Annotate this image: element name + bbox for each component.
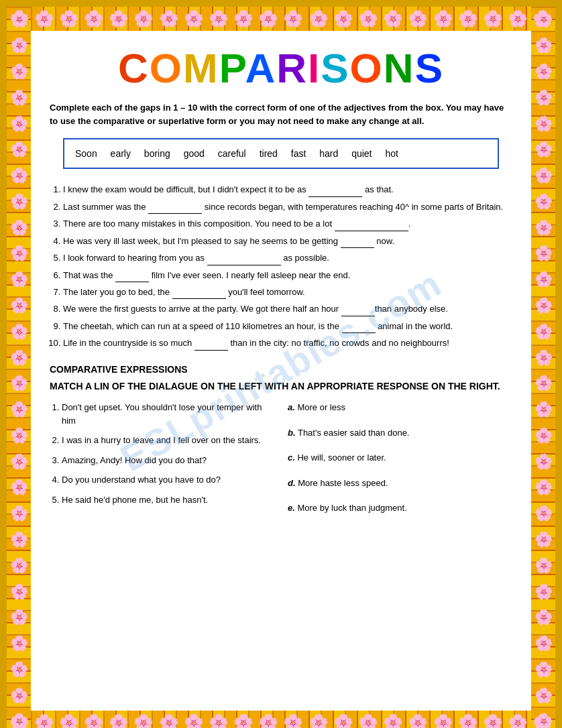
- exercise-item-1: I knew the exam would be difficult, but …: [63, 182, 512, 196]
- blank-9: [342, 332, 376, 333]
- page-title: COMPARISONS: [50, 44, 512, 89]
- left-item-1: Don't get upset. You shouldn't lose your…: [62, 401, 274, 427]
- exercise-list: I knew the exam would be difficult, but …: [50, 182, 512, 350]
- exercise-item-2: Last summer was the since records began,…: [63, 200, 512, 214]
- bottom-flowers: 🌸🌸🌸🌸🌸🌸🌸🌸🌸🌸🌸🌸🌸🌸🌸🌸🌸🌸🌸🌸🌸🌸: [7, 711, 555, 728]
- matching-left: Don't get upset. You shouldn't lose your…: [50, 401, 274, 527]
- right-item-a: a. More or less: [288, 401, 512, 414]
- left-item-3: Amazing, Andy! How did you do that?: [62, 454, 274, 467]
- blank-7: [172, 298, 226, 299]
- word-quiet: quiet: [351, 148, 372, 159]
- comparative-expressions-header: COMPARATIVE EXPRESSIONS: [50, 364, 512, 375]
- word-fast: fast: [291, 148, 306, 159]
- right-item-c: c. He will, sooner or later.: [288, 451, 512, 465]
- word-early: early: [111, 148, 131, 159]
- blank-4: [341, 247, 374, 248]
- exercise-item-10: Life in the countryside is so much than …: [63, 336, 512, 350]
- exercise-item-8: We were the first guests to arrive at th…: [63, 302, 512, 316]
- matching-right: a. More or less b. That's easier said th…: [288, 401, 512, 527]
- exercise-item-4: He was very ill last week, but I'm pleas…: [63, 234, 512, 248]
- word-box: Soon early boring good careful tired fas…: [63, 138, 499, 169]
- right-flowers: 🌸🌸🌸🌸🌸🌸🌸🌸🌸🌸🌸🌸🌸🌸🌸🌸🌸🌸🌸🌸🌸🌸🌸🌸🌸🌸🌸🌸: [531, 7, 555, 728]
- blank-8: [341, 316, 375, 316]
- letter-c: c.: [288, 452, 295, 463]
- exercise-item-5: I look forward to hearing from you as as…: [63, 251, 512, 265]
- right-item-d: d. More haste less speed.: [288, 477, 512, 490]
- border-left: [7, 7, 31, 728]
- word-hot: hot: [385, 148, 398, 159]
- inner-page: COMPARISONS Complete each of the gaps in…: [31, 31, 531, 711]
- border-bottom: [7, 711, 555, 728]
- right-item-e: e. More by luck than judgment.: [288, 501, 512, 515]
- exercise-item-6: That was the film I've ever seen. I near…: [63, 268, 512, 282]
- top-flowers: 🌸🌸🌸🌸🌸🌸🌸🌸🌸🌸🌸🌸🌸🌸🌸🌸🌸🌸🌸🌸🌸🌸: [7, 7, 555, 31]
- word-tired: tired: [260, 148, 278, 159]
- word-careful: careful: [218, 148, 246, 159]
- border-top: [7, 7, 555, 31]
- page-container: 🌸🌸🌸🌸🌸🌸🌸🌸🌸🌸🌸🌸🌸🌸🌸🌸🌸🌸🌸🌸🌸🌸 🌸🌸🌸🌸🌸🌸🌸🌸🌸🌸🌸🌸🌸🌸🌸🌸🌸…: [7, 7, 555, 728]
- word-good: good: [184, 148, 205, 159]
- letter-d: d.: [288, 478, 296, 488]
- blank-3: [335, 231, 408, 231]
- blank-2: [148, 213, 202, 214]
- instructions: Complete each of the gaps in 1 – 10 with…: [50, 101, 512, 127]
- left-flowers: 🌸🌸🌸🌸🌸🌸🌸🌸🌸🌸🌸🌸🌸🌸🌸🌸🌸🌸🌸🌸🌸🌸🌸🌸🌸🌸🌸🌸: [7, 7, 31, 728]
- matching-container: Don't get upset. You shouldn't lose your…: [50, 401, 512, 527]
- word-soon: Soon: [75, 148, 97, 159]
- blank-1: [308, 196, 362, 197]
- matching-header: MATCH A LIN OF THE DIALAGUE ON THE LEFT …: [50, 380, 512, 393]
- blank-5: [207, 265, 281, 265]
- exercise-item-9: The cheetah, which can run at a speed of…: [63, 319, 512, 333]
- left-item-5: He said he'd phone me, but he hasn't.: [62, 493, 274, 507]
- exercise-item-7: The later you go to bed, the you'll feel…: [63, 285, 512, 299]
- left-item-2: I was in a hurry to leave and I fell ove…: [62, 434, 274, 447]
- left-list: Don't get upset. You shouldn't lose your…: [50, 401, 274, 506]
- letter-e: e.: [288, 503, 295, 513]
- right-item-b: b. That's easier said than done.: [288, 426, 512, 440]
- letter-a: a.: [288, 402, 295, 412]
- word-boring: boring: [144, 148, 170, 159]
- exercise-item-3: There are too many mistakes in this comp…: [63, 217, 512, 231]
- left-item-4: Do you understand what you have to do?: [62, 473, 274, 487]
- border-right: [531, 7, 555, 728]
- letter-b: b.: [288, 428, 296, 438]
- word-hard: hard: [319, 148, 338, 159]
- blank-6: [115, 282, 149, 282]
- blank-10: [194, 350, 228, 351]
